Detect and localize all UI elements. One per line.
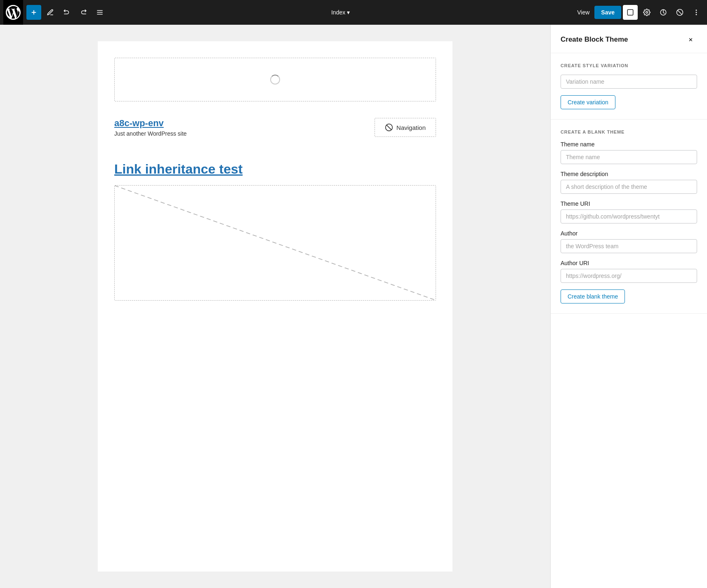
- blank-theme-section-label: Create a Blank Theme: [561, 129, 697, 134]
- svg-rect-5: [627, 9, 633, 15]
- svg-line-14: [386, 125, 391, 130]
- add-block-button[interactable]: [26, 5, 41, 20]
- undo-button[interactable]: [59, 5, 74, 20]
- theme-description-group: Theme description: [561, 171, 697, 194]
- theme-name-label: Theme name: [561, 141, 697, 148]
- variation-name-group: [561, 75, 697, 89]
- style-variation-section-label: Create Style Variation: [561, 63, 697, 68]
- navigation-label: Navigation: [396, 124, 426, 131]
- author-uri-input[interactable]: [561, 269, 697, 283]
- toolbar: Index ▾ View Save: [0, 0, 707, 25]
- create-variation-button[interactable]: Create variation: [561, 95, 615, 109]
- svg-point-10: [696, 10, 697, 11]
- top-placeholder-block[interactable]: [114, 58, 436, 101]
- author-input[interactable]: [561, 239, 697, 253]
- wp-logo: [3, 0, 23, 25]
- theme-uri-group: Theme URI: [561, 200, 697, 223]
- navigation-icon: [385, 123, 393, 132]
- toolbar-right: View Save: [574, 5, 704, 20]
- site-title[interactable]: a8c-wp-env: [114, 118, 187, 129]
- style-mode-button[interactable]: [656, 5, 671, 20]
- document-title-area: Index ▾: [328, 7, 353, 17]
- style-variation-section: Create Style Variation Create variation: [551, 53, 707, 120]
- panel-close-button[interactable]: ✕: [684, 33, 697, 46]
- theme-description-label: Theme description: [561, 171, 697, 177]
- distraction-free-button[interactable]: [672, 5, 687, 20]
- more-options-button[interactable]: [689, 5, 704, 20]
- svg-line-9: [678, 10, 682, 15]
- image-placeholder-block[interactable]: [114, 185, 436, 301]
- site-header: a8c-wp-env Just another WordPress site N…: [114, 118, 436, 137]
- variation-name-input[interactable]: [561, 75, 697, 89]
- document-title-label: Index: [331, 9, 345, 16]
- save-button[interactable]: Save: [594, 6, 621, 19]
- placeholder-svg: [115, 186, 436, 300]
- theme-uri-input[interactable]: [561, 209, 697, 223]
- link-test-title[interactable]: Link inheritance test: [114, 162, 436, 177]
- main-layout: a8c-wp-env Just another WordPress site N…: [0, 25, 707, 588]
- site-identity: a8c-wp-env Just another WordPress site: [114, 118, 187, 137]
- create-block-theme-panel: Create Block Theme ✕ Create Style Variat…: [550, 25, 707, 588]
- chevron-down-icon: ▾: [347, 9, 350, 16]
- settings-button[interactable]: [639, 5, 654, 20]
- svg-point-11: [696, 12, 697, 13]
- author-uri-label: Author URI: [561, 260, 697, 266]
- svg-line-15: [115, 186, 436, 300]
- author-group: Author: [561, 230, 697, 253]
- theme-description-input[interactable]: [561, 180, 697, 194]
- canvas-content: a8c-wp-env Just another WordPress site N…: [98, 41, 452, 572]
- redo-button[interactable]: [76, 5, 91, 20]
- navigation-block[interactable]: Navigation: [375, 118, 436, 137]
- theme-uri-label: Theme URI: [561, 200, 697, 207]
- close-icon: ✕: [688, 37, 693, 43]
- svg-point-6: [646, 12, 648, 14]
- list-view-button[interactable]: [92, 5, 107, 20]
- theme-name-input[interactable]: [561, 150, 697, 164]
- theme-name-group: Theme name: [561, 141, 697, 164]
- panel-header: Create Block Theme ✕: [551, 25, 707, 53]
- tools-button[interactable]: [43, 5, 58, 20]
- canvas-area: a8c-wp-env Just another WordPress site N…: [0, 25, 550, 588]
- site-tagline: Just another WordPress site: [114, 130, 187, 137]
- blank-theme-section: Create a Blank Theme Theme name Theme de…: [551, 120, 707, 314]
- panel-title: Create Block Theme: [561, 35, 628, 44]
- svg-point-12: [696, 14, 697, 15]
- create-blank-theme-button[interactable]: Create blank theme: [561, 289, 625, 303]
- loading-indicator: [270, 75, 280, 85]
- styles-button[interactable]: [623, 5, 638, 20]
- view-button[interactable]: View: [574, 7, 593, 17]
- document-title-button[interactable]: Index ▾: [328, 7, 353, 17]
- author-label: Author: [561, 230, 697, 237]
- author-uri-group: Author URI: [561, 260, 697, 283]
